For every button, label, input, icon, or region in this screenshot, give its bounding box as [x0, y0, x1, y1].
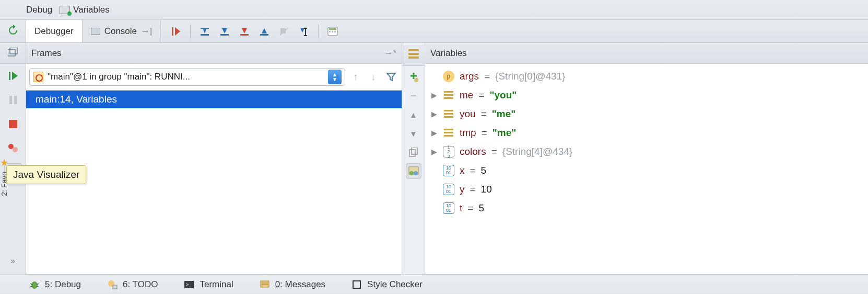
var-name: t [460, 202, 462, 214]
svg-rect-19 [332, 31, 333, 32]
var-name: you [460, 108, 476, 120]
thread-icon [33, 72, 43, 82]
show-execution-point-button[interactable] [167, 22, 185, 40]
svg-point-45 [409, 171, 414, 175]
expand-toggle[interactable]: ▶ [430, 91, 438, 99]
svg-rect-25 [9, 96, 12, 104]
status-style-checker[interactable]: Style Checker [351, 279, 423, 290]
duplicate-watch-button[interactable] [406, 144, 421, 160]
svg-rect-23 [9, 72, 10, 80]
variable-row[interactable]: p args = {String[0]@431} [430, 67, 863, 86]
console-icon [91, 28, 100, 35]
thread-combo[interactable]: "main"@1 in group "main": RUNNI... ▲▼ [29, 68, 345, 86]
rail-header-spacer [0, 43, 26, 64]
next-frame-button[interactable]: ↓ [366, 70, 381, 84]
thread-selector-row: "main"@1 in group "main": RUNNI... ▲▼ ↑ … [26, 64, 402, 91]
restore-layout-icon[interactable]: →​* [384, 48, 396, 59]
variable-row[interactable]: ▶ 123 colors = {String[4]@434} [430, 142, 863, 161]
view-breakpoints-button[interactable] [4, 139, 22, 157]
show-watches-button[interactable] [406, 163, 421, 179]
status-debug[interactable]: 5: Debug [29, 279, 81, 290]
tab-console[interactable]: Console →| [83, 20, 161, 42]
bottom-tool-tabs: 5: Debug 6: TODO >_ Terminal 0: Messages… [0, 274, 868, 294]
var-value: {String[4]@434} [502, 146, 572, 157]
combo-stepper-icon[interactable]: ▲▼ [328, 70, 342, 84]
evaluate-expression-button[interactable] [324, 22, 342, 40]
variables-label[interactable]: Variables [73, 5, 110, 15]
variable-row[interactable]: ▶ tmp = "me" [430, 123, 863, 142]
var-name: me [460, 89, 473, 101]
status-terminal-label: Terminal [200, 279, 233, 290]
svg-rect-37 [408, 53, 419, 55]
var-name: colors [460, 146, 486, 157]
variable-row[interactable]: 1001 t = 5 [430, 199, 863, 218]
object-icon [443, 108, 454, 120]
tab-debugger[interactable]: Debugger [26, 20, 83, 42]
step-over-button[interactable] [196, 22, 214, 40]
primitive-icon: 1001 [443, 165, 454, 176]
status-messages[interactable]: 0: Messages [260, 279, 325, 290]
svg-rect-7 [240, 34, 249, 36]
new-watch-button[interactable] [406, 69, 421, 85]
frames-panel: Frames →​* "main"@1 in group "main": RUN… [26, 43, 402, 274]
step-buttons [161, 20, 342, 42]
equals-sign: = [478, 89, 484, 101]
status-todo[interactable]: 6: TODO [107, 279, 158, 290]
svg-rect-17 [329, 28, 336, 30]
svg-text:>_: >_ [186, 282, 192, 287]
var-value: 5 [481, 165, 487, 176]
tool-window-header: Debug Variables [0, 0, 868, 20]
status-debug-label: 5: Debug [45, 279, 81, 290]
svg-rect-3 [201, 34, 209, 36]
variables-list[interactable]: p args = {String[0]@431} ▶ me = "you" ▶ … [425, 64, 868, 274]
svg-rect-50 [444, 110, 453, 111]
move-watch-up-button[interactable]: ▲ [406, 107, 421, 122]
variable-row[interactable]: 1001 y = 10 [430, 180, 863, 199]
equals-sign: = [484, 71, 490, 82]
run-to-cursor-button[interactable] [295, 22, 313, 40]
step-into-button[interactable] [216, 22, 233, 40]
pause-button[interactable] [4, 91, 22, 109]
equals-sign: = [491, 146, 497, 157]
svg-rect-62 [113, 285, 117, 289]
move-watch-down-button[interactable]: ▼ [406, 126, 421, 141]
var-value: "me" [492, 127, 516, 139]
resume-button[interactable] [4, 67, 22, 85]
drop-frame-button[interactable] [275, 22, 293, 40]
svg-rect-36 [408, 49, 419, 51]
debugger-toolbar: Debugger Console →| [0, 20, 868, 43]
svg-marker-2 [203, 29, 206, 33]
array-icon: 123 [443, 146, 454, 157]
expand-toggle[interactable]: ▶ [430, 148, 438, 156]
rerun-icon[interactable] [7, 25, 19, 38]
expand-toggle[interactable]: ▶ [430, 129, 438, 137]
filter-frames-button[interactable] [384, 70, 398, 84]
svg-rect-53 [444, 129, 453, 130]
svg-rect-21 [8, 50, 15, 56]
variable-row[interactable]: ▶ you = "me" [430, 105, 863, 123]
expand-toggle[interactable]: ▶ [430, 110, 438, 118]
variable-row[interactable]: 1001 x = 5 [430, 161, 863, 180]
variable-row[interactable]: ▶ me = "you" [430, 86, 863, 105]
force-step-into-button[interactable] [236, 22, 253, 40]
main-area: » Frames →​* "main"@1 in group "main": R… [0, 43, 868, 274]
svg-rect-68 [353, 281, 360, 288]
frame-row-selected[interactable]: main:14, Variables [26, 91, 402, 108]
step-out-button[interactable] [255, 22, 273, 40]
debugger-tabs: Debugger Console →| [26, 20, 161, 42]
prev-frame-button[interactable]: ↑ [348, 70, 363, 84]
stop-button[interactable] [4, 115, 22, 133]
tooltip-java-visualizer: Java Visualizer [6, 165, 86, 184]
svg-rect-20 [334, 31, 336, 32]
svg-rect-54 [444, 132, 453, 133]
status-terminal[interactable]: >_ Terminal [184, 279, 233, 290]
svg-marker-12 [300, 28, 304, 32]
svg-rect-27 [9, 120, 17, 128]
debug-label[interactable]: Debug [26, 5, 52, 15]
var-value: {String[0]@431} [495, 71, 565, 82]
equals-sign: = [470, 184, 476, 195]
more-button[interactable]: » [4, 252, 22, 270]
frames-stack-icon [8, 48, 18, 59]
thread-combo-text: "main"@1 in group "main": RUNNI... [48, 72, 324, 82]
remove-watch-button[interactable]: − [406, 88, 421, 104]
